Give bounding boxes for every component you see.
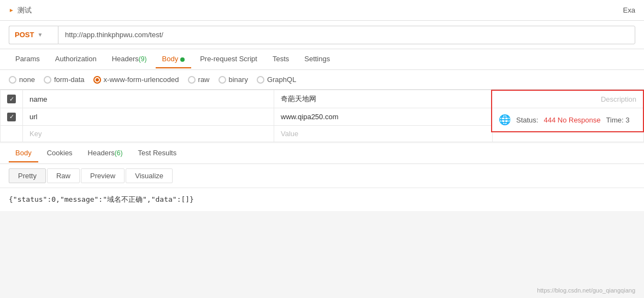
breadcrumb-label: 测试 (17, 5, 32, 15)
checkbox-checked-2: ✓ (7, 113, 16, 121)
desc-status-row: 🌐 Status: 444 No Response Time: 3 (492, 108, 643, 131)
row-1-value[interactable]: 奇葩天地网 (274, 90, 493, 108)
checkbox-checked-1: ✓ (7, 95, 16, 103)
radio-none[interactable]: none (9, 75, 35, 84)
top-bar: ► 测试 Exa (0, 0, 644, 21)
radio-urlencoded[interactable]: x-www-form-urlencoded (93, 75, 179, 84)
row-2-key[interactable]: url (23, 108, 274, 126)
tab-body[interactable]: Body (156, 50, 192, 68)
body-active-dot (180, 57, 185, 62)
view-btn-preview[interactable]: Preview (81, 168, 125, 183)
chevron-down-icon: ▼ (37, 32, 43, 38)
tab-tests[interactable]: Tests (266, 50, 296, 68)
description-overlay: Description 🌐 Status: 444 No Response Ti… (491, 90, 644, 132)
tab-headers[interactable]: Headers(9) (105, 50, 153, 68)
resp-tab-body[interactable]: Body (9, 144, 38, 162)
row-2-check[interactable]: ✓ (1, 108, 23, 126)
radio-raw[interactable]: raw (188, 75, 210, 84)
tab-params[interactable]: Params (9, 50, 46, 68)
view-btn-raw[interactable]: Raw (47, 168, 80, 183)
response-body-text: {"status":0,"message":"域名不正确","data":[]} (9, 195, 194, 203)
row-3-key[interactable]: Key (23, 125, 274, 142)
view-buttons: Pretty Raw Preview Visualize (0, 164, 644, 188)
row-3-check (1, 125, 23, 142)
row-2-value[interactable]: www.qipa250.com (274, 108, 493, 126)
main-content: ✓ name 奇葩天地网 ✓ url www.qipa250.com Key (0, 90, 644, 142)
method-label: POST (15, 31, 34, 39)
radio-form-data[interactable]: form-data (44, 75, 85, 84)
triangle-icon: ► (9, 7, 14, 13)
radio-circle-form-data (44, 76, 51, 84)
radio-circle-graphql (257, 76, 264, 84)
row-3-value[interactable]: Value (274, 125, 493, 142)
radio-graphql[interactable]: GraphQL (257, 75, 296, 84)
view-btn-pretty[interactable]: Pretty (9, 168, 46, 183)
radio-circle-binary (218, 76, 226, 84)
tab-pre-request[interactable]: Pre-request Script (193, 50, 264, 68)
top-bar-right-label: Exa (623, 6, 635, 14)
globe-icon: 🌐 (499, 114, 511, 126)
radio-binary[interactable]: binary (218, 75, 248, 84)
response-body: {"status":0,"message":"域名不正确","data":[]} (0, 188, 644, 211)
radio-circle-none (9, 76, 16, 84)
request-tabs: Params Authorization Headers(9) Body Pre… (0, 49, 644, 70)
footer-link: https://blog.csdn.net/guo_qiangqiang (537, 287, 635, 294)
radio-circle-urlencoded (93, 76, 101, 84)
row-1-check[interactable]: ✓ (1, 90, 23, 108)
response-tabs: Body Cookies Headers(6) Test Results (0, 143, 644, 164)
resp-tab-test-results[interactable]: Test Results (131, 144, 183, 162)
url-input[interactable] (58, 26, 635, 44)
resp-tab-headers[interactable]: Headers(6) (81, 144, 129, 162)
desc-header: Description (492, 91, 643, 108)
breadcrumb-area: ► 测试 (9, 5, 32, 15)
view-btn-visualize[interactable]: Visualize (126, 168, 173, 183)
tab-authorization[interactable]: Authorization (49, 50, 103, 68)
radio-circle-raw (188, 76, 196, 84)
method-select[interactable]: POST ▼ (9, 26, 58, 44)
body-type-row: none form-data x-www-form-urlencoded raw… (0, 70, 644, 90)
tab-settings[interactable]: Settings (298, 50, 336, 68)
resp-tab-cookies[interactable]: Cookies (40, 144, 79, 162)
row-1-key[interactable]: name (23, 90, 274, 108)
request-bar: POST ▼ (0, 21, 644, 49)
